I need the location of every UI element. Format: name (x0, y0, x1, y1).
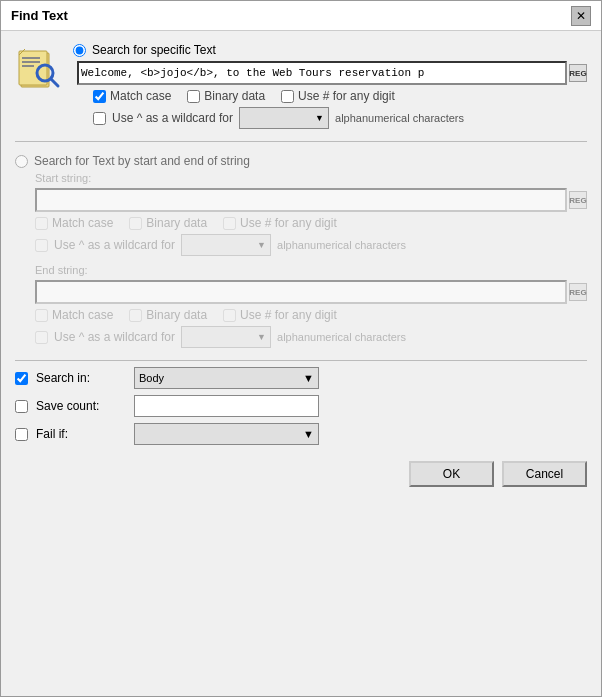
cancel-label: Cancel (526, 467, 563, 481)
wildcard-dropdown-3[interactable]: ▼ (181, 326, 271, 348)
match-case-check-1[interactable]: Match case (93, 89, 171, 103)
wildcard-label-1: Use ^ as a wildcard for (112, 111, 233, 125)
save-count-row: Save count: (15, 395, 587, 417)
search-in-value: Body (139, 372, 164, 384)
save-count-label: Save count: (36, 399, 126, 413)
alphanumeric-label-2: alphanumerical characters (277, 239, 406, 251)
wildcard-label-2: Use ^ as a wildcard for (54, 238, 175, 252)
match-case-check-3[interactable]: Match case (35, 308, 113, 322)
wildcard-checkbox-3[interactable] (35, 331, 48, 344)
find-icon (17, 45, 61, 89)
match-case-checkbox-3[interactable] (35, 309, 48, 322)
binary-data-check-2[interactable]: Binary data (129, 216, 207, 230)
specific-text-badge: REG (569, 64, 587, 82)
ok-button[interactable]: OK (409, 461, 494, 487)
search-in-arrow: ▼ (303, 372, 314, 384)
wildcard-dropdown-1[interactable]: ▼ (239, 107, 329, 129)
binary-data-label-2: Binary data (146, 216, 207, 230)
binary-data-check-3[interactable]: Binary data (129, 308, 207, 322)
divider-1 (15, 141, 587, 142)
wildcard-checkbox-2[interactable] (35, 239, 48, 252)
binary-data-checkbox-3[interactable] (129, 309, 142, 322)
match-case-label-1: Match case (110, 89, 171, 103)
start-string-input[interactable] (37, 194, 565, 206)
wildcard-dropdown-arrow-1: ▼ (315, 113, 324, 123)
use-digit-label-2: Use # for any digit (240, 216, 337, 230)
search-in-checkbox[interactable] (15, 372, 28, 385)
use-digit-checkbox-3[interactable] (223, 309, 236, 322)
svg-line-6 (51, 79, 58, 86)
svg-rect-3 (22, 61, 40, 63)
wildcard-checkbox-1[interactable] (93, 112, 106, 125)
cancel-button[interactable]: Cancel (502, 461, 587, 487)
radio-specific-text[interactable]: Search for specific Text (73, 43, 587, 57)
use-digit-check-2[interactable]: Use # for any digit (223, 216, 337, 230)
use-digit-check-1[interactable]: Use # for any digit (281, 89, 395, 103)
wildcard-row-1: Use ^ as a wildcard for ▼ alphanumerical… (93, 107, 587, 129)
wildcard-dropdown-arrow-3: ▼ (257, 332, 266, 342)
start-string-label: Start string: (35, 172, 587, 184)
fail-if-row: Fail if: ▼ (15, 423, 587, 445)
dialog-title: Find Text (11, 8, 68, 23)
search-in-row: Search in: Body ▼ (15, 367, 587, 389)
match-case-label-3: Match case (52, 308, 113, 322)
fail-if-dropdown[interactable]: ▼ (134, 423, 319, 445)
close-button[interactable]: ✕ (571, 6, 591, 26)
use-digit-label-1: Use # for any digit (298, 89, 395, 103)
save-count-checkbox[interactable] (15, 400, 28, 413)
close-icon: ✕ (576, 9, 586, 23)
find-text-dialog: Find Text ✕ (0, 0, 602, 697)
match-case-check-2[interactable]: Match case (35, 216, 113, 230)
alphanumeric-label-3: alphanumerical characters (277, 331, 406, 343)
use-digit-check-3[interactable]: Use # for any digit (223, 308, 337, 322)
binary-data-checkbox-1[interactable] (187, 90, 200, 103)
end-string-badge: REG (569, 283, 587, 301)
wildcard-dropdown-arrow-2: ▼ (257, 240, 266, 250)
save-count-input[interactable] (134, 395, 319, 417)
wildcard-dropdown-2[interactable]: ▼ (181, 234, 271, 256)
button-row: OK Cancel (15, 461, 587, 497)
match-case-label-2: Match case (52, 216, 113, 230)
radio-start-end-input[interactable] (15, 155, 28, 168)
fail-if-arrow: ▼ (303, 428, 314, 440)
binary-data-check-1[interactable]: Binary data (187, 89, 265, 103)
use-digit-label-3: Use # for any digit (240, 308, 337, 322)
svg-rect-4 (22, 65, 34, 67)
section-specific-text: Search for specific Text REG Match ca (15, 43, 587, 129)
radio-specific-text-input[interactable] (73, 44, 86, 57)
fail-if-label: Fail if: (36, 427, 126, 441)
start-checkboxes-row: Match case Binary data Use # for any dig… (35, 216, 587, 230)
wildcard-row-3: Use ^ as a wildcard for ▼ alphanumerical… (35, 326, 587, 348)
start-string-input-wrapper[interactable] (35, 188, 567, 212)
radio-start-end[interactable]: Search for Text by start and end of stri… (15, 154, 587, 168)
use-digit-checkbox-2[interactable] (223, 217, 236, 230)
end-checkboxes-row: Match case Binary data Use # for any dig… (35, 308, 587, 322)
search-in-dropdown[interactable]: Body ▼ (134, 367, 319, 389)
specific-text-input-wrapper[interactable] (77, 61, 567, 85)
match-case-checkbox-2[interactable] (35, 217, 48, 230)
ok-label: OK (443, 467, 460, 481)
wildcard-label-3: Use ^ as a wildcard for (54, 330, 175, 344)
title-bar: Find Text ✕ (1, 1, 601, 31)
find-icon-area (15, 43, 63, 91)
svg-rect-2 (22, 57, 40, 59)
end-string-input-wrapper[interactable] (35, 280, 567, 304)
dialog-body: Search for specific Text REG Match ca (1, 31, 601, 696)
match-case-checkbox-1[interactable] (93, 90, 106, 103)
use-digit-checkbox-1[interactable] (281, 90, 294, 103)
start-string-badge: REG (569, 191, 587, 209)
search-in-label: Search in: (36, 371, 126, 385)
bottom-section: Search in: Body ▼ Save count: Fail if: ▼ (15, 360, 587, 445)
fail-if-checkbox[interactable] (15, 428, 28, 441)
binary-data-label-3: Binary data (146, 308, 207, 322)
radio-start-end-label: Search for Text by start and end of stri… (34, 154, 250, 168)
wildcard-row-2: Use ^ as a wildcard for ▼ alphanumerical… (35, 234, 587, 256)
radio-specific-text-label: Search for specific Text (92, 43, 216, 57)
end-string-label: End string: (35, 264, 587, 276)
binary-data-checkbox-2[interactable] (129, 217, 142, 230)
specific-text-checkboxes-row1: Match case Binary data Use # for any dig… (93, 89, 587, 103)
alphanumeric-label-1: alphanumerical characters (335, 112, 464, 124)
end-string-input[interactable] (37, 286, 565, 298)
binary-data-label-1: Binary data (204, 89, 265, 103)
specific-text-input[interactable] (79, 67, 565, 79)
